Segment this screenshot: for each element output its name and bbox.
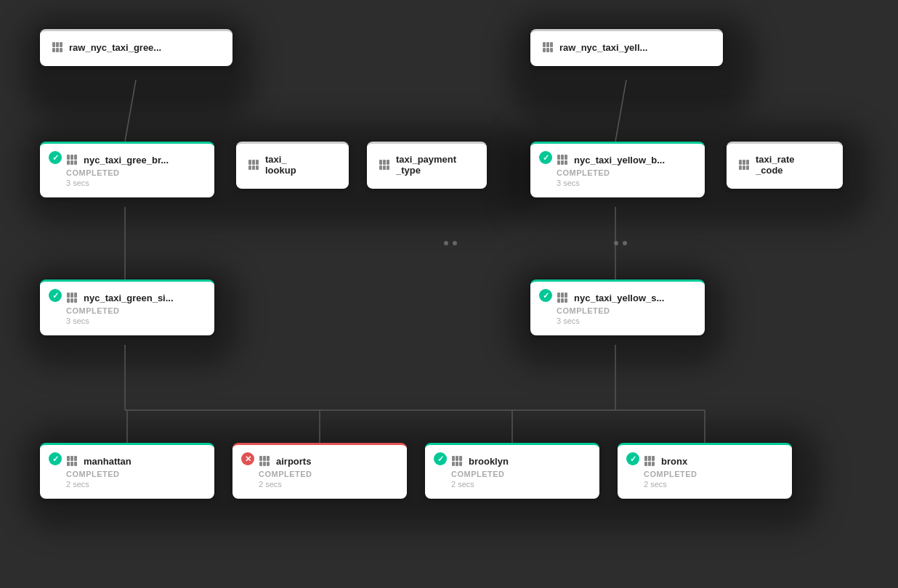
table-icon-yellow-b	[557, 154, 568, 166]
table-icon-bronx	[644, 455, 655, 467]
status-ok-icon-manhattan: ✓	[49, 452, 62, 465]
node-yellow-b-name: nyc_taxi_yellow_b...	[574, 155, 665, 166]
node-brooklyn-time: 2 secs	[451, 480, 588, 489]
table-icon-airports	[259, 455, 270, 467]
node-raw-yellow[interactable]: raw_nyc_taxi_yell...	[530, 29, 723, 66]
node-payment-type-name: taxi_payment_type	[396, 154, 456, 176]
node-yellow-s-name: nyc_taxi_yellow_s...	[574, 293, 664, 303]
status-ok-icon-brooklyn: ✓	[434, 452, 447, 465]
node-green-si-status: COMPLETED	[66, 306, 203, 315]
svg-point-14	[614, 241, 618, 245]
node-green-br-time: 3 secs	[66, 179, 203, 187]
node-taxi-rate-code[interactable]: taxi_rate_code	[727, 142, 843, 189]
table-icon-taxi-lookup	[248, 159, 259, 171]
node-nyc-yellow-b[interactable]: ✓ nyc_taxi_yellow_b... COMPLETED 3 secs	[530, 142, 705, 197]
node-yellow-s-time: 3 secs	[557, 317, 693, 325]
status-ok-icon-green-br: ✓	[49, 151, 62, 164]
table-icon-green-si	[66, 292, 78, 303]
node-brooklyn-name: brooklyn	[469, 456, 509, 467]
table-icon-rate-code	[738, 159, 750, 171]
svg-point-12	[444, 241, 448, 245]
node-airports-name: airports	[276, 456, 311, 467]
node-brooklyn[interactable]: ✓ brooklyn COMPLETED 2 secs	[425, 443, 599, 499]
table-icon-payment-type	[379, 159, 390, 171]
node-bronx[interactable]: ✓ bronx COMPLETED 2 secs	[618, 443, 792, 499]
status-ok-icon-yellow-b: ✓	[539, 151, 552, 164]
status-err-icon-airports: ✕	[241, 452, 254, 465]
table-icon-green-br	[66, 154, 78, 166]
pipeline-canvas: raw_nyc_taxi_gree... raw_nyc_taxi_yell..…	[0, 0, 898, 588]
node-taxi-payment-type[interactable]: taxi_payment_type	[367, 142, 487, 189]
table-icon-manhattan	[66, 455, 78, 467]
node-manhattan-status: COMPLETED	[66, 470, 203, 478]
node-airports[interactable]: ✕ airports COMPLETED 2 secs	[232, 443, 407, 499]
node-green-br-status: COMPLETED	[66, 168, 203, 177]
node-green-si-time: 3 secs	[66, 317, 203, 325]
table-icon-raw-yellow	[542, 41, 554, 53]
node-brooklyn-status: COMPLETED	[451, 470, 588, 478]
node-taxi-lookup[interactable]: taxi_lookup	[236, 142, 349, 189]
node-yellow-b-status: COMPLETED	[557, 168, 693, 177]
node-raw-green-name: raw_nyc_taxi_gree...	[69, 42, 161, 53]
node-airports-status: COMPLETED	[259, 470, 395, 478]
node-taxi-lookup-name: taxi_lookup	[265, 154, 296, 176]
status-ok-icon-yellow-s: ✓	[539, 289, 552, 302]
table-icon-brooklyn	[451, 455, 463, 467]
status-ok-icon-green-si: ✓	[49, 289, 62, 302]
node-green-br-name: nyc_taxi_gree_br...	[84, 155, 169, 166]
node-nyc-green-br[interactable]: ✓ nyc_taxi_gree_br... COMPLETED 3 secs	[40, 142, 214, 197]
node-green-si-name: nyc_taxi_green_si...	[84, 293, 174, 303]
node-yellow-s-status: COMPLETED	[557, 306, 693, 315]
node-nyc-green-si[interactable]: ✓ nyc_taxi_green_si... COMPLETED 3 secs	[40, 279, 214, 335]
node-bronx-name: bronx	[661, 456, 687, 467]
svg-point-13	[453, 241, 457, 245]
status-ok-icon-bronx: ✓	[626, 452, 639, 465]
table-icon-raw-green	[52, 41, 63, 53]
node-manhattan[interactable]: ✓ manhattan COMPLETED 2 secs	[40, 443, 214, 499]
svg-point-15	[623, 241, 627, 245]
node-rate-code-name: taxi_rate_code	[756, 154, 794, 176]
node-bronx-status: COMPLETED	[644, 470, 780, 478]
node-yellow-b-time: 3 secs	[557, 179, 693, 187]
node-raw-green[interactable]: raw_nyc_taxi_gree...	[40, 29, 232, 66]
table-icon-yellow-s	[557, 292, 568, 303]
node-manhattan-time: 2 secs	[66, 480, 203, 489]
node-bronx-time: 2 secs	[644, 480, 780, 489]
node-raw-yellow-name: raw_nyc_taxi_yell...	[559, 42, 647, 53]
node-airports-time: 2 secs	[259, 480, 395, 489]
node-manhattan-name: manhattan	[84, 456, 132, 467]
node-nyc-yellow-s[interactable]: ✓ nyc_taxi_yellow_s... COMPLETED 3 secs	[530, 279, 705, 335]
